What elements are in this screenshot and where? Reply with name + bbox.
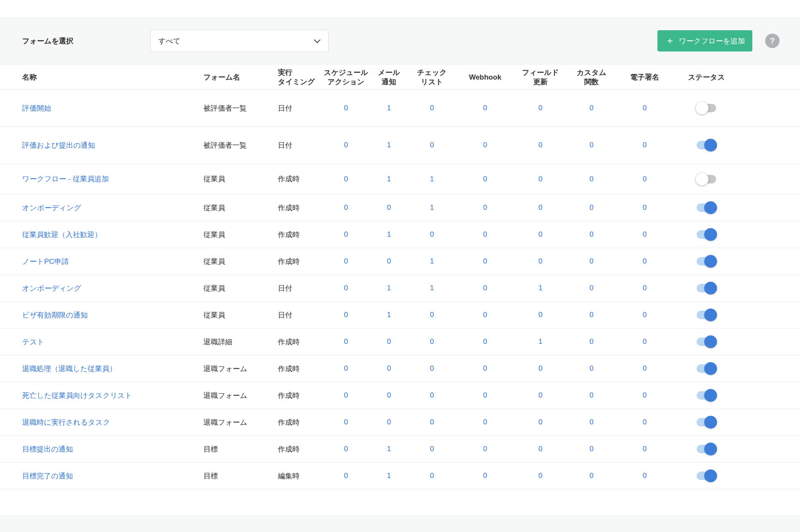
workflow-name-link[interactable]: ワークフロー - 従業員追加 <box>22 175 109 183</box>
status-toggle[interactable] <box>697 391 716 400</box>
count-field_updates[interactable]: 0 <box>538 364 542 372</box>
status-toggle[interactable] <box>697 104 716 112</box>
count-field_updates[interactable]: 0 <box>538 104 542 112</box>
status-toggle[interactable] <box>697 418 716 426</box>
count-webhooks[interactable]: 0 <box>483 175 487 183</box>
count-esignatures[interactable]: 0 <box>643 141 646 149</box>
count-webhooks[interactable]: 0 <box>483 203 487 212</box>
count-custom_functions[interactable]: 0 <box>589 257 593 265</box>
count-checklists[interactable]: 0 <box>430 472 434 480</box>
count-webhooks[interactable]: 0 <box>483 141 487 149</box>
count-field_updates[interactable]: 1 <box>538 338 542 346</box>
count-field_updates[interactable]: 0 <box>538 472 542 480</box>
count-esignatures[interactable]: 0 <box>643 418 646 426</box>
count-email_alerts[interactable]: 0 <box>387 391 391 399</box>
count-scheduled_actions[interactable]: 0 <box>344 175 348 183</box>
count-esignatures[interactable]: 0 <box>643 364 646 372</box>
count-field_updates[interactable]: 0 <box>538 418 542 426</box>
help-icon[interactable]: ? <box>765 34 780 48</box>
count-esignatures[interactable]: 0 <box>643 391 646 399</box>
count-checklists[interactable]: 1 <box>430 284 434 292</box>
count-field_updates[interactable]: 0 <box>538 257 542 265</box>
count-esignatures[interactable]: 0 <box>643 203 646 212</box>
count-webhooks[interactable]: 0 <box>483 391 487 399</box>
count-checklists[interactable]: 0 <box>430 311 434 319</box>
workflow-name-link[interactable]: 目標提出の通知 <box>22 445 73 453</box>
count-webhooks[interactable]: 0 <box>483 418 487 426</box>
count-custom_functions[interactable]: 0 <box>589 338 593 346</box>
count-webhooks[interactable]: 0 <box>483 257 487 265</box>
count-esignatures[interactable]: 0 <box>643 311 646 319</box>
workflow-name-link[interactable]: オンボーディング <box>22 284 81 292</box>
count-custom_functions[interactable]: 0 <box>589 418 593 426</box>
count-checklists[interactable]: 0 <box>430 364 434 372</box>
count-email_alerts[interactable]: 0 <box>387 338 391 346</box>
status-toggle[interactable] <box>697 257 716 266</box>
count-checklists[interactable]: 0 <box>430 391 434 399</box>
count-checklists[interactable]: 1 <box>430 175 434 183</box>
count-checklists[interactable]: 0 <box>430 418 434 426</box>
count-custom_functions[interactable]: 0 <box>589 203 593 212</box>
count-scheduled_actions[interactable]: 0 <box>344 472 348 480</box>
status-toggle[interactable] <box>697 203 716 212</box>
count-esignatures[interactable]: 0 <box>643 472 646 480</box>
count-esignatures[interactable]: 0 <box>643 104 646 112</box>
workflow-name-link[interactable]: 退職処理（退職した従業員） <box>22 365 117 373</box>
workflow-name-link[interactable]: 評価および提出の通知 <box>22 141 95 149</box>
status-toggle[interactable] <box>697 175 716 183</box>
count-email_alerts[interactable]: 0 <box>387 203 391 212</box>
count-field_updates[interactable]: 0 <box>538 141 542 149</box>
workflow-name-link[interactable]: ノートPC申請 <box>22 257 69 266</box>
workflow-name-link[interactable]: 死亡した従業員向けタスクリスト <box>22 392 132 400</box>
count-custom_functions[interactable]: 0 <box>589 364 593 372</box>
status-toggle[interactable] <box>697 472 716 480</box>
count-webhooks[interactable]: 0 <box>483 445 487 453</box>
status-toggle[interactable] <box>697 338 716 346</box>
count-checklists[interactable]: 0 <box>430 445 434 453</box>
status-toggle[interactable] <box>697 311 716 319</box>
form-select[interactable]: すべて <box>150 30 329 52</box>
count-webhooks[interactable]: 0 <box>483 364 487 372</box>
workflow-name-link[interactable]: 評価開始 <box>22 104 51 112</box>
count-checklists[interactable]: 0 <box>430 104 434 112</box>
count-esignatures[interactable]: 0 <box>643 230 646 238</box>
status-toggle[interactable] <box>697 364 716 373</box>
status-toggle[interactable] <box>697 230 716 239</box>
count-webhooks[interactable]: 0 <box>483 104 487 112</box>
count-field_updates[interactable]: 1 <box>538 284 542 292</box>
count-scheduled_actions[interactable]: 0 <box>344 230 348 238</box>
count-webhooks[interactable]: 0 <box>483 472 487 480</box>
count-email_alerts[interactable]: 1 <box>387 311 391 319</box>
count-custom_functions[interactable]: 0 <box>589 311 593 319</box>
workflow-name-link[interactable]: テスト <box>22 338 44 346</box>
count-custom_functions[interactable]: 0 <box>589 175 593 183</box>
count-custom_functions[interactable]: 0 <box>589 230 593 238</box>
count-esignatures[interactable]: 0 <box>643 175 646 183</box>
count-email_alerts[interactable]: 1 <box>387 175 391 183</box>
count-webhooks[interactable]: 0 <box>483 338 487 346</box>
count-scheduled_actions[interactable]: 0 <box>344 203 348 212</box>
count-esignatures[interactable]: 0 <box>643 338 646 346</box>
workflow-name-link[interactable]: オンボーディング <box>22 204 81 212</box>
count-email_alerts[interactable]: 0 <box>387 364 391 372</box>
count-email_alerts[interactable]: 1 <box>387 445 391 453</box>
count-email_alerts[interactable]: 1 <box>387 230 391 238</box>
count-scheduled_actions[interactable]: 0 <box>344 364 348 372</box>
workflow-name-link[interactable]: 従業員歓迎（入社歓迎） <box>22 231 102 239</box>
count-custom_functions[interactable]: 0 <box>589 141 593 149</box>
count-checklists[interactable]: 0 <box>430 230 434 238</box>
count-field_updates[interactable]: 0 <box>538 203 542 212</box>
count-esignatures[interactable]: 0 <box>643 284 646 292</box>
count-field_updates[interactable]: 0 <box>538 445 542 453</box>
count-email_alerts[interactable]: 0 <box>387 418 391 426</box>
status-toggle[interactable] <box>697 284 716 292</box>
count-custom_functions[interactable]: 0 <box>589 445 593 453</box>
count-checklists[interactable]: 1 <box>430 203 434 212</box>
count-scheduled_actions[interactable]: 0 <box>344 391 348 399</box>
count-field_updates[interactable]: 0 <box>538 311 542 319</box>
count-field_updates[interactable]: 0 <box>538 230 542 238</box>
workflow-name-link[interactable]: 退職時に実行されるタスク <box>22 418 110 426</box>
count-scheduled_actions[interactable]: 0 <box>344 284 348 292</box>
count-webhooks[interactable]: 0 <box>483 284 487 292</box>
status-toggle[interactable] <box>697 445 716 453</box>
